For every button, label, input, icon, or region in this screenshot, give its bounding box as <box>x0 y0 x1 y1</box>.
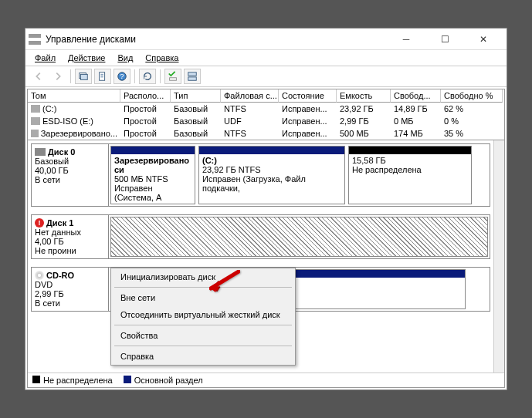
error-icon: ! <box>35 218 44 228</box>
menu-bar: Файл Действие Вид Справка <box>25 50 507 66</box>
graphical-view-button[interactable] <box>184 69 201 84</box>
volume-list: Том Располо... Тип Файловая с... Состоян… <box>28 89 504 140</box>
rescan-button[interactable] <box>139 69 156 84</box>
legend-primary: Основной раздел <box>124 376 203 385</box>
minimize-button[interactable]: ─ <box>392 29 420 49</box>
svg-rect-5 <box>170 78 177 81</box>
uninitialized-space[interactable] <box>110 217 488 257</box>
partition[interactable]: Зарезервировано си500 МБ NTFSИсправен (С… <box>110 146 195 204</box>
svg-text:?: ? <box>120 72 124 80</box>
col-status[interactable]: Состояние <box>279 89 337 103</box>
col-freepct[interactable]: Свободно % <box>441 89 503 103</box>
forward-button <box>49 69 66 84</box>
menu-action[interactable]: Действие <box>63 52 110 64</box>
cd-icon <box>35 271 44 280</box>
col-type[interactable]: Тип <box>171 89 221 103</box>
disk-row: Диск 0Базовый40,00 ГБВ сетиЗарезервирова… <box>31 143 490 207</box>
list-view-button[interactable] <box>164 69 181 84</box>
disk-management-window: Управление дисками ─ ☐ ✕ Файл Действие В… <box>25 28 507 390</box>
toolbar: ? <box>25 66 507 87</box>
scrollbar[interactable] <box>493 140 504 372</box>
maximize-button[interactable]: ☐ <box>431 29 459 49</box>
back-button <box>30 69 47 84</box>
context-menu: Инициализировать диск Вне сети Отсоедини… <box>110 268 296 366</box>
menu-help[interactable]: Справка <box>111 348 295 365</box>
menu-offline[interactable]: Вне сети <box>111 289 295 306</box>
app-icon <box>29 34 41 45</box>
refresh-button[interactable] <box>75 69 92 84</box>
svg-rect-1 <box>81 74 88 79</box>
menu-view[interactable]: Вид <box>113 52 137 64</box>
menu-properties[interactable]: Свойства <box>111 327 295 344</box>
volume-icon <box>31 105 40 113</box>
col-volume[interactable]: Том <box>28 89 120 103</box>
disk-partitions <box>109 215 490 258</box>
help-toolbar-button[interactable]: ? <box>114 69 130 84</box>
menu-detach-vhd[interactable]: Отсоединить виртуальный жесткий диск <box>111 306 295 323</box>
partition[interactable]: (C:)23,92 ГБ NTFSИсправен (Загрузка, Фай… <box>198 146 345 204</box>
menu-file[interactable]: Файл <box>30 52 60 64</box>
disk-header[interactable]: !Диск 1Нет данных4,00 ГБНе проини <box>32 215 109 258</box>
window-controls: ─ ☐ ✕ <box>392 29 503 49</box>
menu-initialize-disk[interactable]: Инициализировать диск <box>111 268 295 285</box>
volume-list-header: Том Располо... Тип Файловая с... Состоян… <box>28 89 504 103</box>
volume-icon <box>31 117 40 125</box>
close-button[interactable]: ✕ <box>469 29 497 49</box>
col-capacity[interactable]: Емкость <box>337 89 391 103</box>
pointer-arrow <box>209 270 240 295</box>
window-title: Управление дисками <box>46 34 392 45</box>
disk-partitions: Зарезервировано си500 МБ NTFSИсправен (С… <box>109 144 490 206</box>
legend-unallocated: Не распределена <box>32 376 113 385</box>
col-fs[interactable]: Файловая с... <box>221 89 279 103</box>
volume-row[interactable]: (C:)ПростойБазовыйNTFSИсправен...23,92 Г… <box>28 103 504 115</box>
title-bar: Управление дисками ─ ☐ ✕ <box>25 29 507 50</box>
volume-row[interactable]: Зарезервировано...ПростойБазовыйNTFSИспр… <box>28 127 504 140</box>
col-layout[interactable]: Располо... <box>120 89 171 103</box>
volume-icon <box>31 130 39 137</box>
menu-help[interactable]: Справка <box>141 52 183 64</box>
disk-row: !Диск 1Нет данных4,00 ГБНе проини <box>31 214 490 259</box>
disk-header[interactable]: CD-RODVD2,99 ГБВ сети <box>32 268 109 311</box>
disk-icon <box>35 148 46 156</box>
partition[interactable]: 15,58 ГБНе распределена <box>348 146 472 204</box>
properties-button[interactable] <box>94 69 111 84</box>
col-free[interactable]: Свобод... <box>391 89 441 103</box>
svg-rect-6 <box>188 72 197 76</box>
disk-header[interactable]: Диск 0Базовый40,00 ГБВ сети <box>32 144 109 206</box>
legend: Не распределена Основной раздел <box>28 372 504 387</box>
svg-rect-2 <box>100 72 105 81</box>
volume-row[interactable]: ESD-ISO (E:)ПростойБазовыйUDFИсправен...… <box>28 115 504 127</box>
svg-rect-7 <box>188 77 197 80</box>
